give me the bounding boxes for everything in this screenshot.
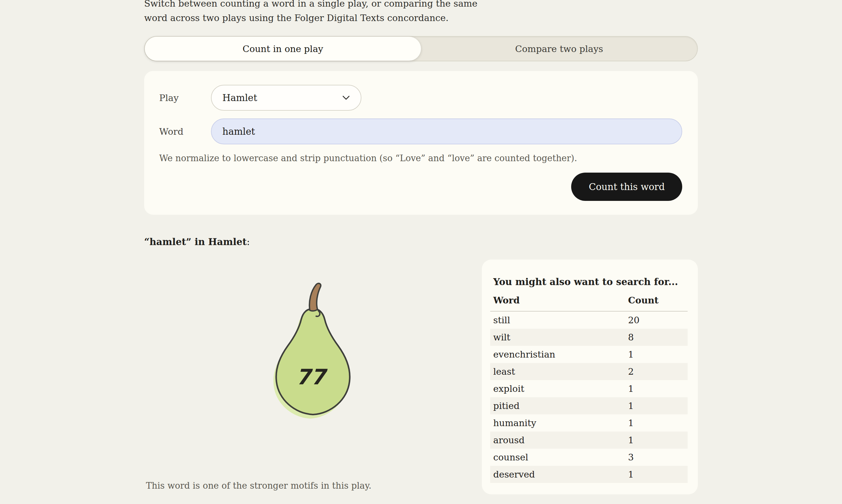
- table-row: still 20: [490, 311, 688, 329]
- word-cell: exploit: [490, 380, 625, 397]
- result-heading: “hamlet” in Hamlet:: [144, 236, 698, 247]
- count-cell: 1: [625, 397, 688, 414]
- count-cell: 1: [625, 466, 688, 483]
- play-label: Play: [159, 93, 211, 103]
- word-input[interactable]: [211, 119, 682, 144]
- table-row: exploit 1: [490, 380, 688, 397]
- normalization-helper-text: We normalize to lowercase and strip punc…: [159, 152, 682, 164]
- play-select-value: Hamlet: [222, 92, 257, 103]
- table-row: wilt 8: [490, 329, 688, 346]
- pear-illustration: 77: [268, 282, 358, 427]
- result-footnote: This word is one of the stronger motifs …: [146, 481, 482, 494]
- table-row: deserved 1: [490, 466, 688, 483]
- play-select[interactable]: Hamlet: [211, 85, 362, 111]
- word-cell: arousd: [490, 432, 625, 449]
- count-cell: 1: [625, 346, 688, 363]
- count-form-card: Play Hamlet Word We normalize to lowerca…: [144, 71, 698, 215]
- main-content: Switch between counting a word in a sing…: [144, 0, 698, 494]
- count-cell: 8: [625, 329, 688, 346]
- word-cell: counsel: [490, 449, 625, 466]
- word-cell: evenchristian: [490, 346, 625, 363]
- count-cell: 2: [625, 363, 688, 380]
- word-cell: least: [490, 363, 625, 380]
- count-value: 77: [296, 365, 328, 390]
- word-cell: deserved: [490, 466, 625, 483]
- form-actions: Count this word: [159, 173, 682, 201]
- table-row: pitied 1: [490, 397, 688, 414]
- suggestions-card: You might also want to search for... Wor…: [482, 259, 698, 494]
- word-label: Word: [159, 126, 211, 137]
- column-header-word: Word: [490, 295, 625, 311]
- result-heading-word-and-play: “hamlet” in Hamlet: [144, 236, 247, 247]
- table-row: evenchristian 1: [490, 346, 688, 363]
- count-cell: 1: [625, 414, 688, 432]
- table-row: humanity 1: [490, 414, 688, 432]
- count-cell: 1: [625, 380, 688, 397]
- mode-tab-bar: Count in one play Compare two plays: [144, 36, 698, 61]
- count-cell: 3: [625, 449, 688, 466]
- count-cell: 1: [625, 432, 688, 449]
- table-body: still 20 wilt 8 evenchristian 1 least 2 …: [490, 311, 688, 483]
- results-section: 77 This word is one of the stronger moti…: [144, 259, 698, 494]
- pear-stem: [309, 283, 321, 311]
- result-heading-colon: :: [247, 236, 250, 247]
- word-cell: pitied: [490, 397, 625, 414]
- column-header-count: Count: [625, 295, 688, 311]
- word-cell: still: [490, 311, 625, 329]
- pear-body: [276, 309, 350, 414]
- suggestions-title: You might also want to search for...: [493, 276, 688, 287]
- play-row: Play Hamlet: [159, 85, 682, 111]
- count-cell: 20: [625, 311, 688, 329]
- word-cell: humanity: [490, 414, 625, 432]
- table-row: arousd 1: [490, 432, 688, 449]
- word-cell: wilt: [490, 329, 625, 346]
- table-header-row: Word Count: [490, 295, 688, 311]
- count-this-word-button[interactable]: Count this word: [571, 173, 682, 201]
- suggestions-table: Word Count still 20 wilt 8 evenchristian…: [490, 295, 688, 483]
- table-row: counsel 3: [490, 449, 688, 466]
- intro-text: Switch between counting a word in a sing…: [144, 0, 478, 25]
- word-row: Word: [159, 119, 682, 144]
- table-row: least 2: [490, 363, 688, 380]
- chevron-down-icon: [342, 95, 350, 100]
- count-visual-column: 77 This word is one of the stronger moti…: [144, 259, 482, 494]
- tab-compare-two-plays[interactable]: Compare two plays: [421, 37, 697, 61]
- tab-count-in-one-play[interactable]: Count in one play: [145, 37, 421, 61]
